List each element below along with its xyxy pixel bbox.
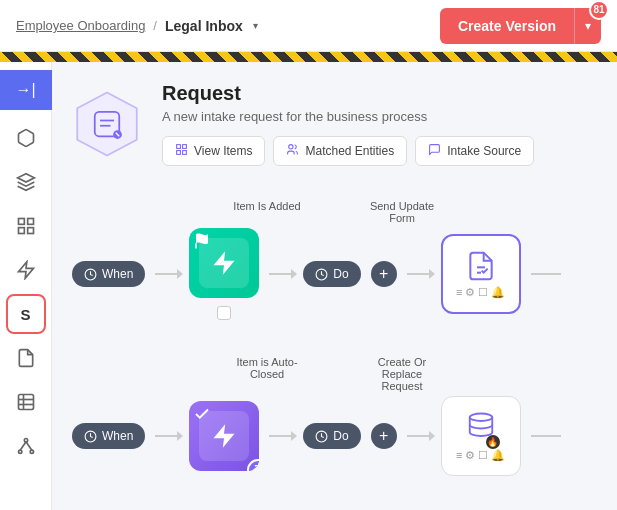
row1-trigger-label: Item Is Added [232,200,302,224]
trigger-card-1[interactable] [189,228,259,320]
extend-line-2 [531,435,561,437]
extend-line-1 [531,273,561,275]
app-header: Employee Onboarding / Legal Inbox ▾ Crea… [0,0,617,52]
create-replace-card[interactable]: 🔥 ≡ ⚙ ☐ 🔔 [441,396,521,476]
svg-line-13 [20,442,26,450]
create-replace-group: 🔥 ≡ ⚙ ☐ 🔔 [441,396,521,476]
arrow-icon: →| [15,81,35,99]
arrow-2c [407,435,431,437]
checkbox-icon-2: ☐ [478,449,488,462]
breadcrumb-link[interactable]: Employee Onboarding [16,18,145,33]
request-hex-icon [72,89,142,159]
sidebar: →| S [0,62,52,510]
view-items-button[interactable]: View Items [162,136,265,166]
workflow-row-1: When [72,228,597,320]
view-items-icon [175,143,188,159]
svg-rect-2 [27,219,33,225]
svg-rect-4 [27,228,33,234]
when-node-2[interactable]: When [72,423,145,449]
svg-marker-0 [17,174,34,182]
svg-marker-15 [77,93,137,156]
filter-icon: ≡ [456,286,462,299]
create-version-group: Create Version ▾ 81 [440,8,601,44]
row2-action-label: Create Or Replace Request [362,356,442,392]
trigger-card-purple: T [189,401,259,471]
create-version-dropdown-button[interactable]: ▾ 81 [574,8,601,44]
action-card-footer-2: ≡ ⚙ ☐ 🔔 [456,449,505,462]
svg-rect-6 [18,395,33,410]
svg-point-35 [469,413,492,421]
warning-stripe [0,52,617,62]
s-label: S [20,306,30,323]
breadcrumb-separator: / [153,18,157,33]
check-icon [193,405,211,427]
card-checkbox-1[interactable] [217,306,231,320]
plus-button-2[interactable]: + [371,423,397,449]
fire-icon: 🔥 [486,435,500,449]
bell-icon-2: 🔔 [491,449,505,462]
request-actions: View Items Matched Entities Intake Sourc… [162,136,534,166]
send-update-form-card[interactable]: ≡ ⚙ ☐ 🔔 [441,234,521,314]
checkbox-icon: ☐ [478,286,488,299]
svg-rect-23 [177,151,181,155]
intake-source-icon [428,143,441,159]
row2-trigger-label: Item is Auto-Closed [232,356,302,392]
do-label-2: Do [333,429,348,443]
workflow-row-2: When [72,396,597,476]
sidebar-item-cube[interactable] [6,118,46,158]
trigger-card-2[interactable]: T [189,401,259,471]
plus-button-1[interactable]: + [371,261,397,287]
sidebar-item-doc[interactable] [6,338,46,378]
page-dropdown-icon[interactable]: ▾ [253,20,258,31]
workflow-row-1-outer: Item Is Added Send Update Form When [72,200,597,320]
db-icon-wrapper: 🔥 [466,411,496,445]
intake-source-button[interactable]: Intake Source [415,136,534,166]
svg-point-10 [24,439,27,442]
main-layout: →| S [0,62,617,510]
sidebar-item-layers[interactable] [6,162,46,202]
sidebar-nav-top[interactable]: →| [0,70,52,110]
when-node-1[interactable]: When [72,261,145,287]
svg-marker-33 [214,424,235,447]
bell-icon: 🔔 [491,286,505,299]
svg-marker-27 [214,251,235,274]
workflow-area: Item Is Added Send Update Form When [72,190,597,476]
filter-icon-2: ≡ [456,449,462,462]
svg-line-14 [26,442,32,450]
main-canvas: Request A new intake request for the bus… [52,62,617,510]
arrow-2b [269,435,293,437]
view-items-label: View Items [194,144,252,158]
matched-entities-label: Matched Entities [305,144,394,158]
svg-marker-5 [18,262,33,279]
svg-point-12 [30,450,33,453]
sidebar-item-grid[interactable] [6,206,46,246]
matched-entities-button[interactable]: Matched Entities [273,136,407,166]
do-node-1[interactable]: Do [303,261,360,287]
create-version-button[interactable]: Create Version [440,8,574,44]
row1-action-label: Send Update Form [362,200,442,224]
svg-rect-21 [177,145,181,149]
do-node-2[interactable]: Do [303,423,360,449]
intake-source-label: Intake Source [447,144,521,158]
matched-entities-icon [286,143,299,159]
do-label-1: Do [333,267,348,281]
when-label-1: When [102,267,133,281]
svg-rect-3 [18,228,24,234]
request-info: Request A new intake request for the bus… [162,82,534,166]
svg-point-25 [289,145,293,149]
request-title: Request [162,82,534,105]
svg-rect-1 [18,219,24,225]
svg-rect-22 [183,145,187,149]
request-header: Request A new intake request for the bus… [72,82,597,166]
svg-rect-24 [183,151,187,155]
arrow-2a [155,435,179,437]
arrow-1b [269,273,293,275]
gear-icon-2: ⚙ [465,449,475,462]
sidebar-item-network[interactable] [6,426,46,466]
t-badge: T [247,459,259,471]
sidebar-item-lightning[interactable] [6,250,46,290]
sidebar-item-s[interactable]: S [6,294,46,334]
sidebar-item-table[interactable] [6,382,46,422]
arrow-1a [155,273,179,275]
svg-point-11 [18,450,21,453]
